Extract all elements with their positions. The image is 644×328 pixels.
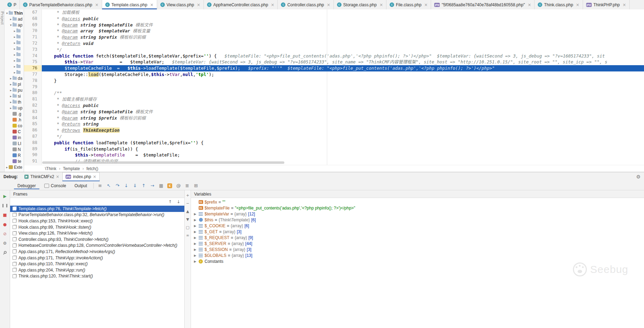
line-number[interactable]: 68 [24, 16, 42, 22]
tab-close-icon[interactable]: × [56, 174, 59, 179]
code-line[interactable]: 70 * @param array $templateVar 模板变量 [24, 28, 644, 34]
editor-tab[interactable]: cP [4, 0, 20, 9]
tab-close-icon[interactable]: × [197, 2, 200, 7]
project-tree-item[interactable]: ▸da [5, 75, 24, 81]
stack-frame-row[interactable]: App.class.php:171, ReflectionMethod->inv… [10, 249, 184, 255]
editor-tab[interactable]: cView.class.php× [157, 0, 204, 9]
project-tree-item[interactable]: .h [5, 117, 24, 123]
project-tree-item[interactable]: ▸si [5, 93, 24, 99]
variable-expand-chevron-icon[interactable]: ▶ [193, 242, 197, 245]
line-number[interactable]: 86 [24, 127, 42, 134]
debugger-settings-icon[interactable]: ⚙ [2, 241, 8, 246]
debug-settings-gear-icon[interactable]: ⚙ [636, 174, 641, 180]
editor-tab[interactable]: cThink.class.php× [535, 0, 583, 9]
force-step-into-icon[interactable]: ⇓ [131, 182, 139, 189]
line-number[interactable]: 80 [24, 90, 42, 96]
mute-breakpoints-icon[interactable]: ⊘ [2, 231, 8, 236]
code-line[interactable]: 74 public function fetch($templateFile,$… [24, 53, 644, 59]
code-line[interactable]: 75 $this->tVar = $templateVar; $template… [24, 59, 644, 65]
stack-frame-row[interactable]: ParseTemplateBehavior.class.php:32, Beha… [10, 212, 184, 218]
inline-values-icon[interactable]: ≣ [184, 182, 191, 189]
tab-close-icon[interactable]: × [622, 2, 626, 7]
project-tree-item[interactable]: ▸pu [5, 87, 24, 93]
debug-tab-debugger[interactable]: Debugger [14, 182, 39, 189]
resume-icon[interactable]: ▶ [2, 194, 8, 199]
tree-chevron-icon[interactable]: ▾ [9, 23, 13, 27]
stack-frame-row[interactable]: Think.class.php:120, Think\Think::start(… [10, 273, 184, 280]
variable-expand-chevron-icon[interactable]: ▶ [193, 212, 197, 216]
project-tree-item[interactable]: ▸ [5, 58, 24, 63]
evaluate-expression-icon[interactable]: @ [175, 182, 182, 189]
variable-expand-chevron-icon[interactable]: ▶ [193, 224, 197, 228]
next-frame-icon[interactable]: ↓ [177, 199, 180, 204]
new-watch-icon[interactable]: + [186, 193, 189, 198]
view-breakpoints-icon[interactable]: ▦ [158, 182, 165, 189]
project-tree-item[interactable]: ▸ [5, 52, 24, 58]
tree-chevron-icon[interactable]: ▸ [9, 77, 13, 80]
tab-close-icon[interactable]: × [150, 2, 154, 7]
project-tree-item[interactable]: te [5, 158, 24, 164]
breadcrumb-item[interactable]: Template [63, 166, 80, 171]
run-to-cursor-icon[interactable]: → [149, 182, 156, 189]
tree-chevron-icon[interactable]: ▸ [5, 166, 9, 169]
step-out-icon[interactable]: ↑ [140, 182, 147, 189]
tab-close-icon[interactable]: × [95, 2, 99, 7]
tab-close-icon[interactable]: × [424, 2, 428, 7]
code-line[interactable]: 76 $templateCacheFile = $this->loadTempl… [24, 65, 644, 71]
variable-row[interactable]: ▶$templateVar = {array} [12] [191, 211, 644, 217]
line-number[interactable]: 81 [24, 96, 42, 102]
tree-chevron-icon[interactable]: ▾ [5, 12, 9, 15]
editor-tab[interactable]: cTemplate.class.php× [102, 0, 157, 9]
tree-chevron-icon[interactable]: ▸ [13, 71, 16, 74]
editor-tab[interactable]: cController.class.php× [278, 0, 334, 9]
code-line[interactable]: 79 [24, 84, 644, 90]
code-line[interactable]: 80 /** [24, 90, 644, 96]
line-number[interactable]: 79 [24, 84, 42, 90]
variable-row[interactable]: ▶$_GET = {array} [3] [191, 229, 644, 235]
code-line[interactable]: 78 } [24, 78, 644, 84]
line-number[interactable]: 75 [24, 59, 42, 65]
editor-tab[interactable]: cAppframeController.class.php× [204, 0, 278, 9]
editor-tab[interactable]: phpThinkPHP.php× [583, 0, 630, 9]
debug-tab-output[interactable]: Output [71, 182, 91, 189]
editor-tab[interactable]: cStorage.class.php× [334, 0, 386, 9]
tree-chevron-icon[interactable]: ▸ [9, 89, 13, 92]
project-tree-item[interactable]: R [5, 152, 24, 158]
tree-chevron-icon[interactable]: ▸ [9, 94, 13, 98]
code-line[interactable]: 77 Storage::load($templateCacheFile,$thi… [24, 71, 644, 78]
stack-frame-row[interactable]: HomebaseController.class.php:128, Common… [10, 243, 184, 249]
variable-expand-chevron-icon[interactable]: ▶ [193, 218, 197, 222]
project-tree-item[interactable]: ▾Thin [5, 10, 24, 16]
line-number[interactable]: 91 [24, 158, 42, 165]
project-tree-item[interactable]: ▸ad [5, 16, 24, 22]
line-number[interactable]: 69 [24, 22, 42, 28]
code-line[interactable]: 90 $this->templateFile = $templateFile; [24, 152, 644, 158]
project-tree-item[interactable]: ▸ [5, 40, 24, 46]
project-tree-item[interactable]: ▾ap [5, 22, 24, 28]
project-tree-item[interactable]: N [5, 146, 24, 152]
line-number[interactable]: 83 [24, 109, 42, 115]
variable-row[interactable]: ▶$_COOKIE = {array} [6] [191, 223, 644, 229]
line-number[interactable]: 67 [24, 9, 42, 16]
line-number[interactable]: 82 [24, 102, 42, 109]
restore-layout-icon[interactable]: ≡ [97, 182, 104, 189]
tab-close-icon[interactable]: × [528, 2, 531, 7]
variable-row[interactable]: ▶$this = {Think\Template} [6] [191, 217, 644, 223]
code-line[interactable]: 89 if(is_file($templateFile)) { [24, 146, 644, 152]
code-line[interactable]: 85 * @return string [24, 121, 644, 127]
debug-session-tab[interactable]: ▶ThinkCMFx2× [21, 172, 62, 181]
line-number[interactable]: 73 [24, 47, 42, 53]
tree-chevron-icon[interactable]: ▸ [13, 53, 16, 56]
variable-expand-chevron-icon[interactable]: ▶ [193, 236, 197, 239]
breadcrumb-item[interactable]: fetch() [86, 166, 98, 171]
evaluate-icon[interactable]: ∞ [186, 233, 189, 238]
line-number[interactable]: 77 [24, 71, 42, 78]
project-tree-item[interactable]: LI [5, 140, 24, 146]
add-watch-icon[interactable]: ⊞ [192, 182, 200, 189]
tab-close-icon[interactable]: × [93, 174, 96, 179]
tab-close-icon[interactable]: × [327, 2, 330, 7]
debug-session-tab[interactable]: phpindex.php× [62, 172, 99, 181]
show-execution-point-icon[interactable]: ↖ [105, 182, 113, 189]
move-watch-down-icon[interactable]: ▼ [186, 217, 189, 222]
variable-row[interactable]: 01$templateFile = "<php>file_put_content… [191, 205, 644, 211]
